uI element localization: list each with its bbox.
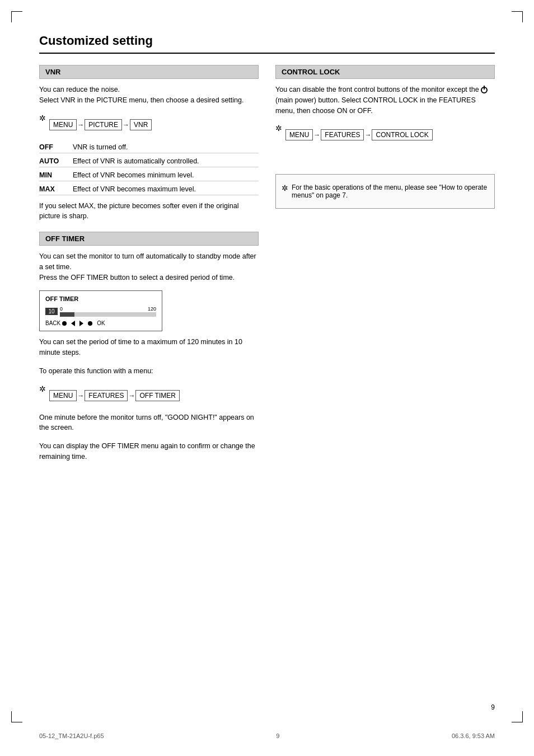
off-timer-asterisk: ✲	[39, 384, 46, 394]
vnr-key-off: OFF	[39, 143, 67, 151]
off-timer-menu-path: MENU → FEATURES → OFF TIMER	[49, 390, 180, 401]
vnr-key-min: MIN	[39, 171, 67, 179]
vnr-intro2: Select VNR in the PICTURE menu, then cho…	[39, 95, 259, 106]
vnr-setting-max: MAX Effect of VNR becomes maximum level.	[39, 184, 259, 195]
vnr-menu-item-2: PICTURE	[85, 119, 122, 130]
off-timer-arrow-1: →	[77, 392, 84, 400]
off-timer-diagram: OFF TIMER 10 0 120	[39, 290, 162, 331]
off-timer-menu-item-3: OFF TIMER	[135, 390, 179, 401]
diagram-slider-row: 10 0 120	[45, 306, 156, 317]
vnr-key-auto: AUTO	[39, 157, 67, 165]
left-arrow-icon	[71, 321, 75, 326]
back-label: BACK	[45, 320, 60, 326]
control-lock-menu-path-row: ✲ MENU → FEATURES → CONTROL LOCK	[275, 124, 495, 146]
right-arrow-icon	[79, 321, 83, 326]
slider-bar	[60, 312, 156, 317]
off-timer-arrow-2: →	[128, 392, 135, 400]
vnr-setting-auto: AUTO Effect of VNR is automatically cont…	[39, 156, 259, 167]
page-title: Customized setting	[39, 34, 495, 54]
vnr-intro1: You can reduce the noise.	[39, 84, 259, 95]
cl-menu-item-2: FEATURES	[321, 129, 364, 140]
vnr-setting-off: OFF VNR is turned off.	[39, 142, 259, 153]
vnr-val-off: VNR is turned off.	[73, 143, 259, 151]
diagram-back: BACK	[45, 320, 67, 326]
vnr-intro: You can reduce the noise. Select VNR in …	[39, 84, 259, 106]
vnr-val-auto: Effect of VNR is automatically controlle…	[73, 157, 259, 165]
vnr-asterisk: ✲	[39, 114, 46, 123]
page-footer: 05-12_TM-21A2U-f.p65 9 06.3.6, 9:53 AM	[39, 732, 495, 739]
vnr-arrow-1: →	[77, 121, 84, 129]
ok-dot	[88, 321, 92, 326]
control-lock-intro2: (main power) button. Select CONTROL LOCK…	[275, 96, 476, 115]
off-timer-menu-item-1: MENU	[49, 390, 77, 401]
off-timer-menu-item-2: FEATURES	[85, 390, 128, 401]
control-lock-menu-path: MENU → FEATURES → CONTROL LOCK	[285, 129, 433, 140]
diagram-buttons: BACK OK	[45, 320, 156, 326]
control-lock-intro: You can disable the front control button…	[275, 84, 495, 116]
vnr-setting-min: MIN Effect of VNR becomes minimum level.	[39, 170, 259, 181]
footer-filename: 05-12_TM-21A2U-f.p65	[39, 732, 104, 739]
scale-start: 0	[60, 306, 63, 312]
control-lock-intro1: You can disable the front control button…	[275, 86, 479, 93]
vnr-menu-item-3: VNR	[130, 119, 152, 130]
footer-date: 06.3.6, 9:53 AM	[452, 732, 495, 739]
vnr-settings-table: OFF VNR is turned off. AUTO Effect of VN…	[39, 142, 259, 195]
off-timer-header: OFF TIMER	[39, 232, 259, 246]
vnr-key-max: MAX	[39, 185, 67, 193]
off-timer-section: OFF TIMER You can set the monitor to tur…	[39, 232, 259, 462]
back-dot	[62, 321, 67, 326]
vnr-arrow-2: →	[123, 121, 129, 129]
page-container: Customized setting VNR You can reduce th…	[0, 0, 534, 756]
control-lock-header: CONTROL LOCK	[275, 65, 495, 79]
note-box-inner: ✲ For the basic operations of the menu, …	[282, 184, 489, 199]
control-lock-asterisk: ✲	[275, 124, 282, 133]
main-content: VNR You can reduce the noise. Select VNR…	[39, 65, 495, 470]
off-timer-note1: You can set the period of time to a maxi…	[39, 337, 259, 358]
vnr-section: VNR You can reduce the noise. Select VNR…	[39, 65, 259, 222]
slider-filled	[60, 312, 74, 317]
off-timer-intro2: Press the OFF TIMER button to select a d…	[39, 273, 259, 283]
control-lock-intro-text: You can disable the front control button…	[275, 84, 495, 116]
cl-menu-item-3: CONTROL LOCK	[372, 129, 432, 140]
page-number: 9	[491, 703, 495, 711]
vnr-menu-path: MENU → PICTURE → VNR	[49, 119, 152, 130]
note-box-text: For the basic operations of the menu, pl…	[292, 184, 489, 199]
ok-label: OK	[97, 320, 105, 326]
corner-mark-tr	[512, 11, 523, 22]
diagram-value: 10	[45, 308, 58, 315]
off-timer-intro: You can set the monitor to turn off auto…	[39, 251, 259, 283]
power-symbol-icon	[481, 87, 488, 93]
vnr-menu-item-1: MENU	[49, 119, 77, 130]
diagram-title: OFF TIMER	[45, 295, 156, 302]
scale-end: 120	[148, 306, 156, 312]
page-number-area: 9	[491, 703, 495, 711]
cl-arrow-2: →	[364, 131, 371, 139]
slider-scale: 0 120	[60, 306, 156, 312]
right-column: CONTROL LOCK You can disable the front c…	[275, 65, 495, 470]
note-asterisk: ✲	[282, 184, 288, 193]
cl-menu-item-1: MENU	[285, 129, 313, 140]
control-lock-note-box: ✲ For the basic operations of the menu, …	[275, 174, 495, 209]
corner-mark-tl	[11, 11, 22, 22]
corner-mark-bl	[11, 711, 22, 722]
corner-mark-br	[512, 711, 523, 722]
off-timer-note2: To operate this function with a menu:	[39, 366, 259, 377]
footer-page-center: 9	[276, 732, 279, 739]
off-timer-note3-1: One minute before the monitor turns off,…	[39, 412, 259, 434]
off-timer-intro1: You can set the monitor to turn off auto…	[39, 251, 259, 273]
vnr-menu-path-row: ✲ MENU → PICTURE → VNR	[39, 114, 259, 136]
vnr-val-min: Effect of VNR becomes minimum level.	[73, 171, 259, 179]
vnr-header: VNR	[39, 65, 259, 79]
off-timer-menu-path-row: ✲ MENU → FEATURES → OFF TIMER	[39, 384, 259, 407]
left-column: VNR You can reduce the noise. Select VNR…	[39, 65, 259, 470]
control-lock-section: CONTROL LOCK You can disable the front c…	[275, 65, 495, 209]
off-timer-note3-2: You can display the OFF TIMER menu again…	[39, 441, 259, 462]
vnr-val-max: Effect of VNR becomes maximum level.	[73, 185, 259, 193]
cl-arrow-1: →	[313, 131, 320, 139]
vnr-max-note: If you select MAX, the picture becomes s…	[39, 201, 259, 222]
